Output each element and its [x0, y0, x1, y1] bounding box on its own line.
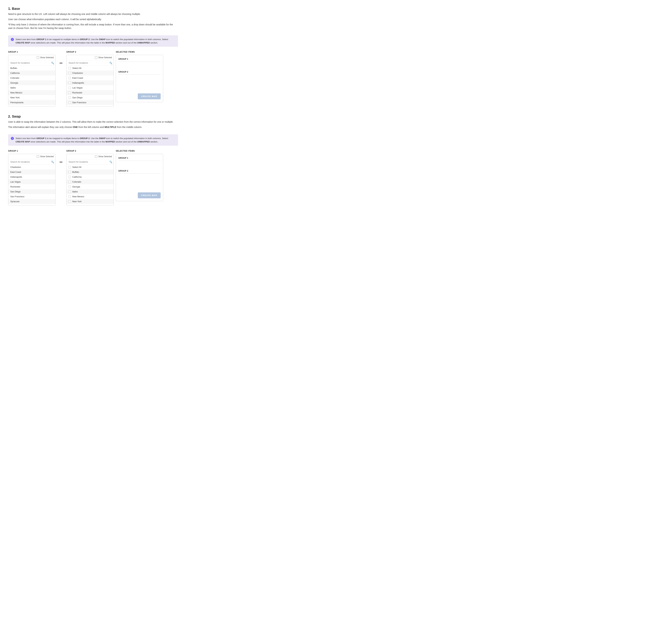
item-checkbox[interactable]	[69, 166, 71, 168]
list-item[interactable]: Buffalo	[8, 66, 56, 71]
list-item[interactable]: Idaho	[67, 189, 114, 194]
list-item[interactable]: East Coast	[8, 169, 56, 175]
group2-search-input-1[interactable]	[68, 60, 109, 66]
list-item[interactable]: Colorado	[8, 75, 56, 80]
selected-group2-label-2: GROUP 2	[118, 169, 160, 174]
swap-icon-2[interactable]: ⇔	[60, 160, 63, 164]
item-checkbox[interactable]	[69, 72, 71, 74]
info-banner-1: i Select one item from GROUP 1 to be map…	[8, 35, 178, 47]
item-checkbox[interactable]	[69, 67, 71, 69]
create-map-button-1[interactable]: CREATE MAP	[138, 93, 160, 99]
group2-show-selected-checkbox-2[interactable]	[95, 155, 97, 158]
list-item[interactable]: Charleston	[67, 71, 114, 75]
group2-search-row-2: 🔍	[67, 159, 114, 165]
group2-panel-1: GROUP 2 Show Selected 🔍 Select AllCharle…	[66, 51, 114, 106]
item-checkbox[interactable]	[69, 195, 71, 198]
item-label: Select All	[72, 67, 81, 69]
item-checkbox[interactable]	[69, 97, 71, 99]
section-base-desc3: *If they only have 2 choices of where th…	[8, 23, 178, 30]
group2-items-1: Select AllCharlestonEast CoastIndianapol…	[67, 66, 114, 106]
swap-col-2: ⇔	[58, 150, 64, 164]
item-label: Colorado	[72, 181, 81, 183]
group1-search-icon-1: 🔍	[51, 62, 54, 64]
list-item[interactable]: Indianapolis	[67, 80, 114, 85]
list-item[interactable]: New Mexico	[8, 90, 56, 95]
list-item[interactable]: East Coast	[67, 75, 114, 80]
list-item[interactable]: Georgia	[67, 184, 114, 189]
list-item[interactable]: Syracuse	[8, 199, 56, 204]
group2-search-row-1: 🔍	[67, 60, 114, 66]
item-label: Indianapolis	[72, 82, 84, 84]
list-item[interactable]: California	[67, 175, 114, 179]
list-item[interactable]: San Diego	[67, 95, 114, 100]
item-checkbox[interactable]	[69, 186, 71, 188]
item-label: Idaho	[72, 190, 78, 193]
info-icon-2: i	[11, 137, 14, 140]
list-item[interactable]: San Francisco	[67, 100, 114, 105]
section-base: 1. Base Need to give structure to the UX…	[8, 7, 178, 106]
list-item[interactable]: New York	[67, 199, 114, 204]
section-swap-title: 2. Swap	[8, 115, 178, 118]
list-item[interactable]: San Francisco	[8, 194, 56, 199]
section-base-title: 1. Base	[8, 7, 178, 11]
create-map-button-2[interactable]: CREATE MAP	[138, 192, 160, 198]
group2-search-input-2[interactable]	[68, 159, 109, 164]
group2-listbox-1: Show Selected 🔍 Select AllCharlestonEast…	[66, 55, 114, 106]
item-label: Syracuse	[72, 106, 81, 106]
list-item[interactable]: Pennsylvania	[8, 100, 56, 105]
item-label: California	[72, 176, 82, 178]
group2-label-2: GROUP 2	[66, 150, 114, 152]
group1-search-input-2[interactable]	[10, 159, 51, 164]
item-checkbox[interactable]	[69, 200, 71, 203]
group2-show-selected-label-1: Show Selected	[98, 56, 112, 59]
group1-search-icon-2: 🔍	[51, 160, 54, 163]
list-item[interactable]: New York	[8, 95, 56, 100]
group2-show-selected-checkbox-1[interactable]	[95, 56, 97, 59]
item-checkbox[interactable]	[69, 101, 71, 104]
group1-search-row-1: 🔍	[8, 60, 56, 66]
list-item[interactable]: Georgia	[8, 80, 56, 85]
group2-search-icon-2: 🔍	[109, 160, 112, 163]
group1-search-input-1[interactable]	[10, 60, 51, 66]
item-checkbox[interactable]	[69, 87, 71, 89]
item-checkbox[interactable]	[69, 181, 71, 183]
list-item[interactable]: West Coast	[8, 204, 56, 205]
item-checkbox[interactable]	[69, 191, 71, 193]
swap-col-1: ⇔	[58, 51, 64, 65]
info-banner-text-2: Select one item from GROUP 1 to be mappe…	[15, 137, 175, 143]
list-item[interactable]: Charleston	[8, 165, 56, 169]
list-item[interactable]: Rochester	[8, 184, 56, 189]
list-item[interactable]: Pennsylvania	[67, 204, 114, 205]
item-checkbox[interactable]	[69, 82, 71, 84]
item-checkbox[interactable]	[69, 77, 71, 79]
group1-show-selected-checkbox-1[interactable]	[37, 56, 39, 59]
group2-label-1: GROUP 2	[66, 51, 114, 53]
item-label: Rochester	[72, 91, 82, 94]
list-item[interactable]: Syracuse	[67, 105, 114, 106]
list-item[interactable]: California	[8, 71, 56, 75]
group2-items-2: Select AllBuffaloCaliforniaColoradoGeorg…	[67, 165, 114, 205]
section-base-desc2: User can choose what information populat…	[8, 17, 178, 21]
list-item[interactable]: San Diego	[8, 189, 56, 194]
list-item[interactable]: Idaho	[8, 85, 56, 90]
group1-show-selected-checkbox-2[interactable]	[37, 155, 39, 158]
item-checkbox[interactable]	[69, 176, 71, 178]
info-icon-1: i	[11, 38, 14, 41]
list-item[interactable]: Select All	[67, 165, 114, 169]
list-item[interactable]: Rochester	[67, 90, 114, 95]
list-item[interactable]: Buffalo	[67, 169, 114, 175]
list-item[interactable]: South Carolina	[8, 105, 56, 106]
list-item[interactable]: New Mexico	[67, 194, 114, 199]
list-item[interactable]: Las Vegas	[8, 179, 56, 184]
list-item[interactable]: Select All	[67, 66, 114, 71]
swap-icon-1[interactable]: ⇔	[60, 61, 63, 65]
item-checkbox[interactable]	[69, 91, 71, 94]
info-banner-text-1: Select one item from GROUP 1 to be mappe…	[15, 38, 175, 44]
selected-group1-label-1: GROUP 1	[118, 58, 160, 62]
item-checkbox[interactable]	[69, 171, 71, 173]
group1-search-row-2: 🔍	[8, 159, 56, 165]
list-item[interactable]: Colorado	[67, 179, 114, 184]
item-checkbox[interactable]	[69, 205, 71, 205]
list-item[interactable]: Indianapolis	[8, 175, 56, 179]
list-item[interactable]: Las Vegas	[67, 85, 114, 90]
